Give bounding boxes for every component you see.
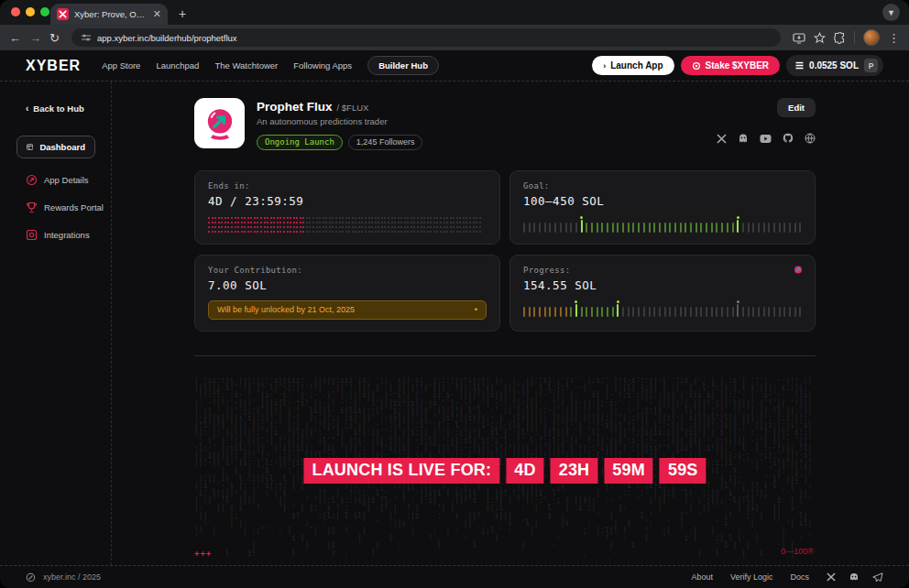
card-label: Your Contribution: [208, 266, 487, 275]
card-label: Ends in: [208, 181, 487, 191]
card-label: Goal: [523, 181, 802, 191]
x-icon[interactable] [717, 134, 727, 144]
contribution-card: Your Contribution: 7.00 SOL Will be full… [194, 255, 500, 332]
profile-avatar[interactable] [863, 29, 880, 46]
followers-badge: 1,245 Followers [348, 135, 423, 150]
xyber-mark-icon [692, 61, 701, 71]
chevron-left-icon: ‹ [26, 103, 28, 114]
new-tab-button[interactable]: + [179, 6, 186, 21]
youtube-icon[interactable] [760, 134, 772, 144]
sidebar-item-dashboard[interactable]: Dashboard [16, 136, 95, 158]
section-divider [194, 355, 816, 356]
stat-cards: Ends in: 4D / 23:59:59 Goal: 100—450 SOL… [194, 170, 816, 332]
wallet-balance-pill[interactable]: 0.0525 SOL P [786, 55, 883, 76]
ends-in-card: Ends in: 4D / 23:59:59 [194, 170, 500, 245]
url-bar[interactable]: app.xyber.inc/builderhub/prophetflux [71, 28, 781, 47]
banner-days: 4D [506, 458, 543, 484]
footer: xyber.inc / 2025 About Verify Logic Docs [0, 565, 909, 588]
goal-value: 100—450 SOL [523, 194, 802, 208]
launch-app-button[interactable]: ›Launch App [592, 56, 674, 75]
contribution-value: 7.00 SOL [208, 278, 487, 292]
discord-icon[interactable] [738, 133, 749, 144]
progress-value: 154.55 SOL [523, 278, 802, 292]
tab-strip: Xyber: Prove, Own, Monetize ✕ + ▼ [0, 0, 909, 25]
dashboard-icon [27, 141, 33, 153]
progress-card: Progress: 154.55 SOL [509, 255, 816, 332]
menu-dots-icon[interactable]: ⋮ [888, 32, 900, 44]
footer-link-docs[interactable]: Docs [790, 572, 809, 582]
banner-seconds: 59S [660, 458, 706, 484]
app-tagline: An autonomous predictions trader [257, 116, 422, 126]
note-dot-icon: • [475, 305, 477, 314]
app-header: Prophet Flux / $FLUX An autonomous predi… [194, 98, 816, 150]
telegram-icon[interactable] [872, 572, 883, 583]
globe-icon[interactable] [805, 133, 816, 144]
sidebar-item-label: App Details [44, 175, 89, 185]
url-text[interactable]: app.xyber.inc/builderhub/prophetflux [97, 33, 237, 43]
goal-ruler [523, 219, 802, 233]
xyber-favicon-icon [57, 8, 69, 20]
crystal-ball-mini-icon [793, 265, 804, 276]
chevron-down-icon[interactable]: ▼ [882, 4, 900, 21]
nav-link-watchtower[interactable]: The Watchtower [214, 60, 278, 71]
sidebar-item-label: Rewards Portal [44, 202, 104, 212]
ascii-hero: | !ii:!|i |||:|::'i|||ii! |||||:ii|'|l: … [194, 377, 816, 559]
extensions-puzzle-icon[interactable] [834, 32, 846, 44]
xyber-footer-logo-icon [26, 572, 36, 583]
close-window-button[interactable] [11, 7, 20, 16]
app-name: Prophet Flux [257, 100, 333, 114]
app-logo [194, 98, 245, 148]
stake-xyber-button[interactable]: Stake $XYBER [681, 56, 780, 75]
bookmark-star-icon[interactable] [814, 32, 826, 44]
github-icon[interactable] [783, 133, 794, 144]
browser-tab[interactable]: Xyber: Prove, Own, Monetize ✕ [50, 4, 168, 25]
discord-icon[interactable] [849, 572, 860, 583]
integrations-box-icon [26, 229, 38, 241]
wallet-balance: 0.0525 SOL [809, 60, 859, 71]
app-details-icon [26, 174, 38, 186]
goal-card: Goal: 100—450 SOL [509, 170, 816, 245]
launch-live-banner: LAUNCH IS LIVE FOR: 4D 23H 59M 59S [303, 458, 706, 484]
phantom-wallet-badge: P [864, 59, 878, 72]
chevron-right-icon: › [603, 61, 606, 71]
card-label: Progress: [523, 266, 802, 275]
app-nav: XYBER App Store Launchpad The Watchtower… [0, 50, 909, 82]
countdown-dot-matrix [208, 217, 487, 233]
tab-close-icon[interactable]: ✕ [153, 9, 161, 19]
banner-label: LAUNCH IS LIVE FOR: [303, 458, 499, 484]
nav-link-following-apps[interactable]: Following Apps [293, 60, 352, 71]
footer-link-about[interactable]: About [691, 572, 713, 582]
unlock-note-text: Will be fully unlocked by 21 Oct, 2025 [217, 305, 355, 314]
browser-window: Xyber: Prove, Own, Monetize ✕ + ▼ ← → ↻ … [0, 0, 909, 588]
forward-icon[interactable]: → [29, 32, 41, 44]
install-app-icon[interactable] [793, 32, 805, 44]
x-icon[interactable] [827, 572, 836, 582]
banner-hours: 23H [551, 458, 598, 484]
sidebar-item-label: Dashboard [39, 142, 85, 152]
banner-minutes: 59M [604, 458, 653, 484]
launch-app-label: Launch App [610, 60, 663, 71]
back-to-hub-link[interactable]: ‹Back to Hub [26, 103, 111, 114]
app-ticker: / $FLUX [337, 103, 369, 113]
nav-link-launchpad[interactable]: Launchpad [156, 60, 199, 71]
rewards-trophy-icon [26, 201, 38, 213]
maximize-window-button[interactable] [40, 7, 49, 16]
traffic-lights[interactable] [11, 7, 49, 16]
minimize-window-button[interactable] [26, 7, 35, 16]
nav-link-app-store[interactable]: App Store [102, 60, 140, 71]
sidebar-item-integrations[interactable]: Integrations [26, 229, 111, 241]
nav-link-builder-hub[interactable]: Builder Hub [367, 56, 439, 75]
back-icon[interactable]: ← [9, 32, 21, 44]
back-to-hub-label: Back to Hub [33, 103, 83, 114]
sidebar-item-rewards-portal[interactable]: Rewards Portal [26, 201, 111, 213]
progress-ruler [523, 303, 802, 317]
sidebar-item-app-details[interactable]: App Details [26, 174, 111, 186]
social-links [717, 133, 816, 144]
corner-0-100-mark: 0—100® [781, 547, 814, 556]
footer-link-verify-logic[interactable]: Verify Logic [730, 572, 773, 582]
sidebar: ‹Back to Hub Dashboard App Details Rewar… [0, 82, 112, 565]
reload-icon[interactable]: ↻ [49, 32, 60, 44]
edit-button[interactable]: Edit [777, 98, 816, 117]
xyber-logo[interactable]: XYBER [26, 58, 81, 74]
site-info-icon[interactable] [81, 32, 92, 43]
